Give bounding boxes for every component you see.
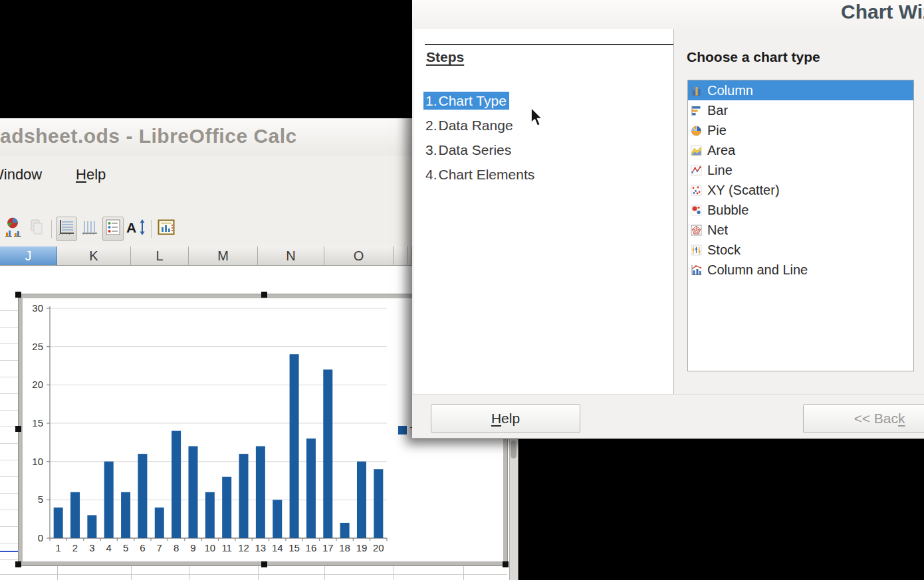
bar-16[interactable] [306,438,316,538]
svg-text:20: 20 [373,542,384,553]
chart-type-item-bubble[interactable]: Bubble [688,200,913,220]
bar-19[interactable] [357,462,366,538]
svg-text:30: 30 [32,302,43,314]
svg-text:5: 5 [123,542,128,553]
bar-4[interactable] [104,462,114,538]
svg-text:19: 19 [356,542,368,553]
column-header-J[interactable]: J [0,246,57,266]
svg-text:4: 4 [106,542,112,553]
svg-text:15: 15 [289,542,300,553]
column-header-M[interactable]: M [189,246,258,266]
line-chart-icon [691,165,702,176]
bar-18[interactable] [340,523,350,538]
bar-3[interactable] [87,515,96,538]
bar-chart-icon [691,105,702,116]
svg-text:14: 14 [272,542,283,553]
copy-button[interactable] [26,217,47,241]
column-header-N[interactable]: N [258,246,324,266]
step-number: 1. [425,93,437,108]
bar-5[interactable] [121,492,130,538]
data-table-button[interactable] [156,217,177,241]
svg-text:11: 11 [221,542,232,553]
svg-text:7: 7 [157,542,162,553]
svg-text:12: 12 [238,542,249,553]
bar-17[interactable] [323,369,332,538]
menu-window[interactable]: Window [0,166,42,183]
chart-type-label: Bubble [707,203,749,218]
column-header-O[interactable]: O [324,246,394,266]
wizard-step-data-range[interactable]: 2.Data Range [423,116,516,134]
steps-list: 1.Chart Type2.Data Range3.Data Series4.C… [423,92,537,190]
svg-text:3: 3 [89,542,94,553]
step-label: Data Series [439,142,512,157]
chart-type-item-pie[interactable]: Pie [688,120,913,140]
selection-handle[interactable] [261,561,267,567]
selection-handle[interactable] [15,561,21,567]
sheet-gridline [463,565,464,580]
bar-6[interactable] [138,454,147,538]
area-chart-icon [691,145,702,156]
selection-handle[interactable] [15,292,21,298]
bar-1[interactable] [54,508,63,538]
chart-type-item-line[interactable]: Line [688,160,913,180]
sheet-gridline [394,565,394,580]
bar-10[interactable] [205,492,215,538]
chart-type-item-column-and-line[interactable]: Column and Line [688,260,913,280]
column-header-partial[interactable] [394,246,408,266]
bar-13[interactable] [256,446,265,538]
menu-help[interactable]: Help [76,166,106,183]
selection-handle[interactable] [15,426,21,432]
wizard-step-data-series[interactable]: 3.Data Series [423,141,514,159]
chart-type-label: Pie [707,123,727,138]
scale-text-button[interactable]: A [126,217,147,241]
column-and-line-chart-icon [691,264,702,276]
choose-chart-type-heading: Choose a chart type [687,49,820,65]
steps-heading: Steps [426,49,464,65]
svg-text:1: 1 [56,542,61,553]
sheet-gridline [324,565,325,580]
bar-12[interactable] [239,454,249,538]
legend-button[interactable] [102,217,124,241]
chart-edit-toolbar: A [3,215,179,242]
column-header-L[interactable]: L [131,246,189,266]
chart-type-item-stock[interactable]: Stock [688,240,913,260]
svg-text:25: 25 [32,341,43,352]
svg-text:2: 2 [72,542,78,553]
back-button[interactable]: << Back [803,404,924,433]
horizontal-grids-icon [58,219,75,239]
bar-15[interactable] [290,354,299,538]
chart-type-item-bar[interactable]: Bar [688,100,913,120]
wizard-step-chart-elements[interactable]: 4.Chart Elements [423,165,537,183]
horizontal-grids-button[interactable] [56,217,77,241]
data-table-icon [158,219,175,238]
bar-2[interactable] [70,492,80,538]
bar-7[interactable] [155,508,164,538]
chart-type-button[interactable] [3,217,24,241]
sheet-gridline [258,565,259,580]
svg-text:A: A [126,220,136,235]
bar-11[interactable] [222,477,231,538]
wizard-step-chart-type[interactable]: 1.Chart Type [423,92,509,110]
chart-type-item-net[interactable]: Net [688,220,913,240]
bar-20[interactable] [374,469,383,538]
bar-14[interactable] [273,500,282,538]
help-button[interactable]: Help [431,404,580,433]
chart-type-item-xy-scatter[interactable]: XY (Scatter) [688,180,913,200]
selection-handle[interactable] [261,292,267,298]
vertical-grids-button[interactable] [79,217,100,241]
chart-type-icon [5,217,22,241]
chart-type-label: Area [707,143,735,158]
step-label: Chart Type [439,93,507,108]
bar-9[interactable] [188,446,197,538]
sheet-gridline [0,574,507,575]
pie-chart-icon [691,125,702,136]
chart-type-item-column[interactable]: Column [688,80,913,100]
chart-type-listbox[interactable]: ColumnBarPieAreaLineXY (Scatter)BubbleNe… [687,80,914,371]
selection-handle[interactable] [503,561,509,567]
column-header-K[interactable]: K [57,246,131,266]
bar-8[interactable] [172,431,181,538]
stock-chart-icon [691,244,702,256]
svg-text:8: 8 [173,542,179,553]
chart-type-item-area[interactable]: Area [688,140,913,160]
vertical-scrollbar-thumb[interactable] [511,440,517,458]
